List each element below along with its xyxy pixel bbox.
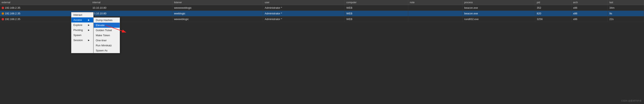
- cell-last: 9s: [608, 10, 644, 16]
- status-icon: [2, 7, 4, 9]
- col-header-internal: internal: [91, 0, 172, 5]
- context-menu-secondary-item-4[interactable]: One-liner: [94, 38, 120, 43]
- table-header-row: external internal listener user computer…: [0, 0, 644, 5]
- cell-process: beacon.exe: [462, 5, 535, 10]
- col-header-user: user: [263, 0, 345, 5]
- cell-listener: weeeeblogic: [172, 16, 263, 22]
- menu-item-label: Pivoting: [74, 29, 83, 32]
- svg-line-1: [106, 25, 126, 32]
- cell-note: [408, 16, 463, 22]
- context-menu-primary-item-spawn[interactable]: Spawn: [71, 33, 93, 38]
- cell-user: Administrator *: [263, 16, 345, 22]
- menu-item-label: Session: [74, 39, 83, 42]
- context-menu-secondary-item-0[interactable]: Dump Hashes: [94, 18, 120, 23]
- menu-item-label: Access: [74, 18, 82, 21]
- col-header-computer: computer: [344, 0, 408, 5]
- cell-internal: 10.10.10.80: [91, 5, 172, 10]
- table-row[interactable]: 192.168.2.3510.10.10.80weeeeeeblogicAdmi…: [0, 5, 644, 10]
- cell-note: [408, 5, 463, 10]
- cell-external: 192.168.2.35: [0, 5, 91, 10]
- context-menu-primary-item-interact[interactable]: Interact: [71, 12, 93, 17]
- status-icon: [2, 18, 4, 20]
- submenu-item-label: Dump Hashes: [96, 19, 112, 22]
- cell-computer: WEB: [344, 5, 408, 10]
- col-header-note: note: [408, 0, 463, 5]
- cell-arch: x86: [572, 16, 608, 22]
- cell-process: rundll32.exe: [462, 16, 535, 22]
- context-menu-primary-item-session[interactable]: Session▶: [71, 38, 93, 43]
- submenu-arrow-icon: ▶: [88, 29, 90, 31]
- submenu-item-label: Spawn As: [96, 49, 108, 52]
- submenu-item-label: Run Mimikatz: [96, 44, 112, 47]
- menu-item-label: Interact: [74, 13, 82, 16]
- col-header-process: process: [462, 0, 535, 5]
- status-icon: [2, 12, 4, 15]
- submenu-arrow-icon: ▶: [88, 19, 90, 21]
- context-menu-secondary-item-5[interactable]: Run Mimikatz: [94, 43, 120, 48]
- context-menu-primary-item-access[interactable]: Access▶: [71, 17, 93, 22]
- cell-computer: WEB: [344, 16, 408, 22]
- cell-user: Administrator *: [263, 10, 345, 16]
- context-menu-primary-item-pivoting[interactable]: Pivoting▶: [71, 28, 93, 33]
- menu-item-label: Explore: [74, 23, 82, 27]
- submenu-arrow-icon: ▶: [88, 24, 90, 26]
- cell-process: beacon.exe: [462, 10, 535, 16]
- cell-arch: x86: [572, 5, 608, 10]
- arrow-indicator: [106, 24, 130, 35]
- context-menu-primary: InteractAccess▶Explore▶Pivoting▶SpawnSes…: [71, 12, 94, 53]
- cell-computer: WEB: [344, 10, 408, 16]
- cell-pid: 820: [535, 10, 571, 16]
- cell-note: [408, 10, 463, 16]
- cell-listener: eeeblogic: [172, 10, 263, 16]
- cell-listener: weeeeeeblogic: [172, 5, 263, 10]
- cell-arch: x86: [572, 10, 608, 16]
- col-header-arch: arch: [572, 0, 608, 5]
- cell-user: Administrator *: [263, 5, 345, 10]
- context-menu-primary-item-explore[interactable]: Explore▶: [71, 22, 93, 28]
- cell-last: 22s: [608, 16, 644, 22]
- col-header-last: last: [608, 0, 644, 5]
- col-header-listener: listener: [172, 0, 263, 5]
- submenu-item-label: Elevate: [96, 24, 104, 27]
- context-menu-secondary-item-6[interactable]: Spawn As: [94, 48, 120, 53]
- cell-last: 34m: [608, 5, 644, 10]
- context-menu-secondary: Dump HashesElevateGolden TicketMake Toke…: [94, 17, 120, 53]
- menu-item-label: Spawn: [74, 34, 82, 37]
- cell-pid: 3256: [535, 16, 571, 22]
- cell-pid: 352: [535, 5, 571, 10]
- col-header-external: external: [0, 0, 91, 5]
- submenu-item-label: One-liner: [96, 39, 106, 42]
- submenu-arrow-icon: ▶: [88, 39, 90, 41]
- col-header-pid: pid: [535, 0, 571, 5]
- watermark: CSDN @星球守护者: [621, 99, 642, 102]
